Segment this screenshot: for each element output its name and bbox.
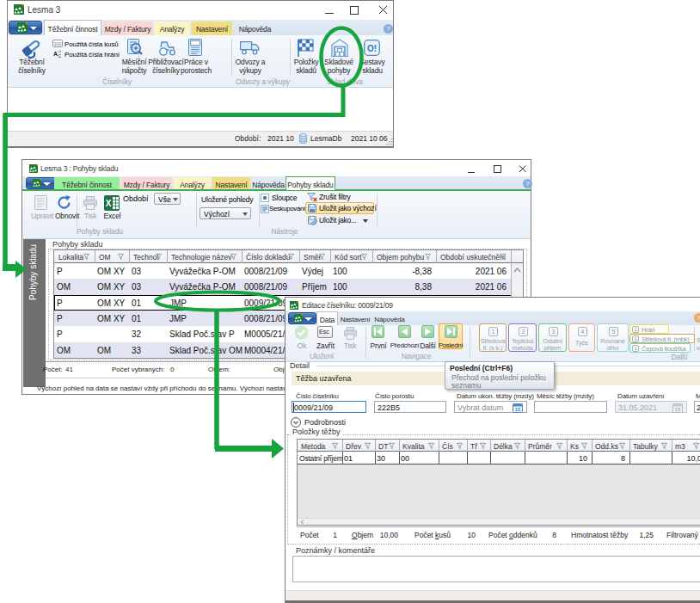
svg-text:C: C — [58, 53, 62, 58]
svg-text:15: 15 — [675, 407, 681, 412]
svg-text:X: X — [106, 199, 112, 208]
svg-text:O!: O! — [367, 44, 377, 53]
svg-text:A: A — [53, 51, 58, 57]
svg-text:100: 100 — [54, 41, 62, 46]
svg-text:15: 15 — [515, 407, 521, 412]
